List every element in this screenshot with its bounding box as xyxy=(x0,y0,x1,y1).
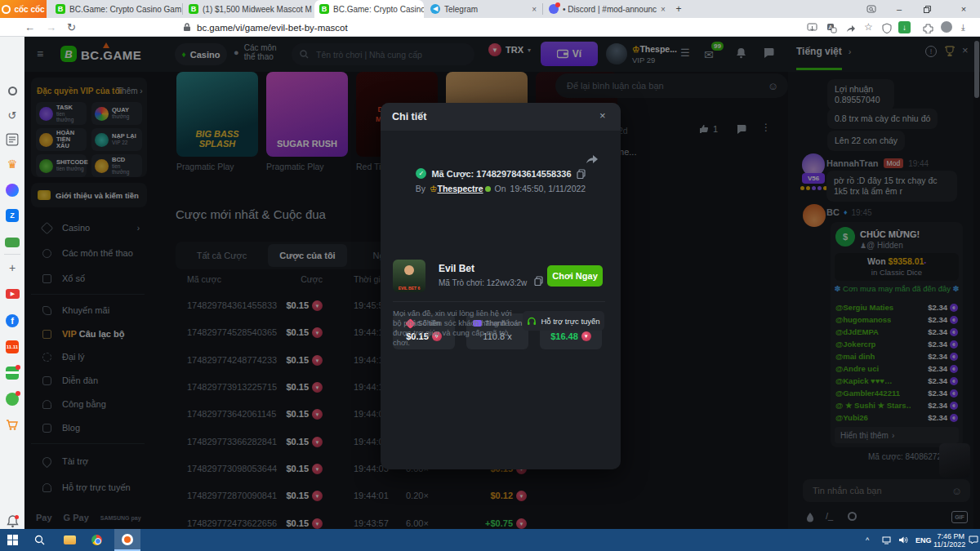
bet-id-value: 1748297843614558336 xyxy=(476,169,571,179)
url-text[interactable]: bc.game/vi/game/evil-bet-by-mascot xyxy=(197,23,348,33)
chrome-icon[interactable] xyxy=(91,535,102,545)
play-now-button[interactable]: Chơi Ngay xyxy=(547,265,603,287)
copy-icon[interactable] xyxy=(534,276,543,286)
bet-id-label: Mã Cược: 1748297843614558336 xyxy=(431,169,571,179)
address-bar: ← → ↻ bc.game/vi/game/evil-bet-by-mascot… xyxy=(0,18,980,37)
copy-icon[interactable] xyxy=(577,169,586,179)
bcgame-favicon: B xyxy=(189,4,198,14)
discord-favicon xyxy=(549,4,559,14)
gift-icon[interactable] xyxy=(6,367,19,380)
trx-coin-icon: ▼ xyxy=(581,331,591,341)
bet-datetime: 19:45:50, 1/11/2022 xyxy=(510,184,586,193)
clock[interactable]: 7:46 PM11/1/2022 xyxy=(933,532,964,549)
download-manager-icon[interactable]: ↓ xyxy=(898,21,911,33)
newsfeed-icon[interactable] xyxy=(6,133,19,146)
sale-1111-icon[interactable]: 11.11 xyxy=(6,340,19,353)
brand-label: cốc cốc xyxy=(14,5,44,14)
coccoc-icon xyxy=(122,534,133,545)
bookmark-star-icon[interactable]: ☆ xyxy=(864,21,873,33)
coccoc-taskbar-active[interactable] xyxy=(114,529,140,551)
coccoc-logo-icon xyxy=(2,5,11,14)
browser-tab-active[interactable]: B BC.Game: Crypto Casino ( × xyxy=(314,0,424,18)
coccoc-sidebar: ↺ ♛ Z + ▶ f 11.11 ⋯ xyxy=(0,37,24,529)
share-bet-icon[interactable] xyxy=(585,152,599,164)
headset-icon xyxy=(527,317,537,326)
share-icon[interactable] xyxy=(845,23,856,33)
window-minimize-button[interactable]: – xyxy=(887,0,911,18)
browser-tab-1[interactable]: B BC.Game: Crypto Casino Gam × xyxy=(51,0,181,18)
youtube-icon[interactable]: ▶ xyxy=(6,289,20,299)
bet-details-modal: Chi tiết × ✓ Mã Cược: 174829784361455833… xyxy=(381,103,621,469)
network-icon[interactable] xyxy=(882,536,893,544)
translate-icon[interactable]: A xyxy=(826,23,837,33)
extensions-icon[interactable] xyxy=(923,23,933,33)
game-code: Mã Trò chơi: 1z2wv3:2w xyxy=(439,278,527,287)
lock-icon[interactable] xyxy=(183,23,191,32)
bcgame-favicon: B xyxy=(319,4,329,14)
bet-author-link[interactable]: ♔Thespectre xyxy=(430,184,490,193)
taskbar-search-icon[interactable] xyxy=(34,535,45,545)
zalo-icon[interactable]: Z xyxy=(6,209,19,222)
screen: cốc cốc B BC.Game: Crypto Casino Gam × B… xyxy=(0,0,980,551)
start-button[interactable] xyxy=(7,535,18,545)
bcgame-favicon: B xyxy=(56,4,65,14)
green-chat-icon[interactable] xyxy=(6,393,19,406)
games-icon[interactable] xyxy=(5,238,20,247)
back-button[interactable]: ← xyxy=(24,21,35,33)
shield-icon[interactable] xyxy=(882,23,892,33)
new-tab-button[interactable]: + xyxy=(671,2,686,16)
verified-check-icon: ✓ xyxy=(416,168,426,179)
add-icon[interactable]: + xyxy=(6,261,19,274)
language-indicator[interactable]: ENG xyxy=(915,536,932,544)
cart-icon[interactable] xyxy=(6,419,19,431)
browser-tab-telegram[interactable]: ◀ Telegram × xyxy=(425,0,541,18)
settings-icon[interactable] xyxy=(6,84,19,97)
modal-header: Chi tiết × xyxy=(381,103,621,131)
telegram-favicon: ◀ xyxy=(430,4,440,14)
profile-avatar[interactable] xyxy=(941,21,952,33)
live-support-button[interactable]: Hỗ trợ trực tuyến xyxy=(523,311,604,331)
save-page-icon[interactable] xyxy=(807,23,817,33)
modal-title: Chi tiết xyxy=(392,111,426,122)
modal-close-icon[interactable]: × xyxy=(599,109,606,122)
browser-tab-discord[interactable]: • Discord | #mod-announc × xyxy=(544,0,666,18)
action-center-icon[interactable] xyxy=(969,535,978,544)
tab-search-icon[interactable] xyxy=(859,0,884,18)
window-restore-button[interactable] xyxy=(915,0,939,18)
windows-taskbar: ^ ENG 7:46 PM11/1/2022 xyxy=(0,529,980,551)
tab-close-icon[interactable]: × xyxy=(661,5,666,14)
reload-button[interactable]: ↻ xyxy=(67,21,76,33)
scrollbar-thumb[interactable] xyxy=(974,41,979,98)
volume-icon[interactable] xyxy=(898,535,908,544)
history-icon[interactable]: ↺ xyxy=(6,109,19,122)
window-close-button[interactable]: × xyxy=(947,0,980,18)
coccoc-brand-button[interactable]: cốc cốc xyxy=(0,0,47,18)
bell-icon[interactable] xyxy=(7,515,19,528)
browser-tab-2[interactable]: B (1) $1,500 Midweek Mascot M × xyxy=(184,0,313,18)
forward-button[interactable]: → xyxy=(46,21,56,33)
vip-crown-icon[interactable]: ♛ xyxy=(6,158,19,171)
facebook-icon[interactable]: f xyxy=(6,314,19,327)
game-thumbnail[interactable]: EVIL BET 6 xyxy=(393,260,425,292)
browser-tabstrip: cốc cốc B BC.Game: Crypto Casino Gam × B… xyxy=(0,0,980,18)
messenger-icon[interactable] xyxy=(6,184,19,197)
tray-expand-icon[interactable]: ^ xyxy=(866,536,869,544)
tab-close-icon[interactable]: × xyxy=(532,5,537,14)
downloads-tray-icon[interactable]: ⤓ xyxy=(961,22,965,33)
game-name: Evil Bet xyxy=(439,263,474,274)
file-explorer-icon[interactable] xyxy=(64,535,76,544)
support-note: Mọi vấn đề, xin vui lòng liên hệ với bộ … xyxy=(393,309,522,348)
frog-emoji-icon xyxy=(485,186,491,192)
